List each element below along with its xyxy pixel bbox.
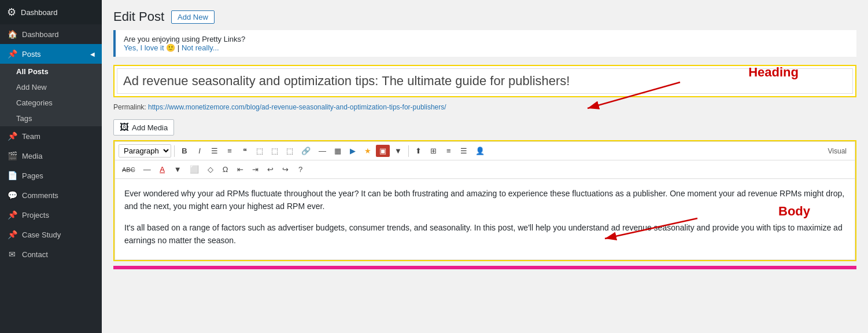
- sidebar-item-team[interactable]: 📌 Team: [0, 126, 102, 146]
- table-button[interactable]: ▦: [331, 144, 345, 158]
- redo-button[interactable]: ↪: [279, 163, 293, 176]
- unordered-list-button[interactable]: ☰: [208, 144, 221, 158]
- sidebar-item-comments[interactable]: 💬 Comments: [0, 185, 102, 205]
- ordered-list-button[interactable]: ≡: [223, 144, 237, 158]
- sidebar-item-posts[interactable]: 📌 Posts ◀: [0, 44, 102, 64]
- bold-button[interactable]: B: [178, 144, 191, 158]
- page-title: Edit Post: [113, 9, 164, 24]
- help-button[interactable]: ?: [294, 163, 308, 176]
- sidebar-subitem-tags[interactable]: Tags: [0, 111, 102, 126]
- align-justify-button[interactable]: ☰: [457, 144, 471, 158]
- sidebar-subitem-all-posts[interactable]: All Posts: [0, 64, 102, 79]
- toolbar-row-2: ABC — A ▼ ⬜ ◇ Ω ⇤ ⇥ ↩ ↪ ?: [119, 163, 851, 176]
- align-right-button[interactable]: ⬚: [283, 144, 297, 158]
- move-button[interactable]: ⬆: [412, 144, 426, 158]
- sidebar-logo[interactable]: ⚙ Dashboard: [0, 0, 102, 24]
- paragraph-select[interactable]: Paragraph: [119, 144, 171, 158]
- notice-link-no[interactable]: Not really...: [182, 43, 219, 52]
- sidebar-item-label: Comments: [22, 191, 58, 200]
- editor-toolbar-row2: ABC — A ▼ ⬜ ◇ Ω ⇤ ⇥ ↩ ↪ ?: [114, 160, 855, 179]
- body-paragraph-2: It's all based on a range of factors suc…: [124, 221, 845, 247]
- annotation-heading: Heading: [748, 65, 799, 80]
- visual-label[interactable]: Visual: [823, 145, 851, 157]
- toggle-toolbar-button[interactable]: ▶: [346, 144, 360, 158]
- undo-button[interactable]: ↩: [264, 163, 278, 176]
- sidebar-logo-label: Dashboard: [21, 8, 58, 17]
- add-media-icon: 🖼: [120, 122, 129, 133]
- sidebar-item-projects[interactable]: 📌 Projects: [0, 205, 102, 225]
- editor-body-wrap: Paragraph B I ☰ ≡ ❝ ⬚ ⬚ ⬚ 🔗 — ▦ ▶ ★ ▣: [113, 140, 856, 261]
- color-dropdown-button[interactable]: ▼: [171, 163, 185, 176]
- user-button[interactable]: 👤: [472, 144, 488, 158]
- align-center-button[interactable]: ⬚: [268, 144, 282, 158]
- outdent-button[interactable]: ⇤: [234, 163, 248, 176]
- posts-submenu: All Posts Add New Categories Tags: [0, 64, 102, 126]
- dropdown-button[interactable]: ▼: [391, 144, 405, 158]
- sidebar-item-case-study[interactable]: 📌 Case Study: [0, 225, 102, 244]
- align-left-button[interactable]: ⬚: [253, 144, 267, 158]
- add-media-label: Add Media: [132, 123, 168, 132]
- comments-icon: 💬: [7, 191, 17, 200]
- permalink-row: Permalink: https://www.monetizemore.com/…: [113, 102, 856, 112]
- sidebar-item-label: Dashboard: [22, 30, 59, 39]
- sidebar-subitem-add-new[interactable]: Add New: [0, 79, 102, 95]
- dashboard-icon: 🏠: [7, 30, 17, 39]
- notice-link-yes[interactable]: Yes, I love it 🙂: [124, 43, 175, 52]
- sidebar-item-label: Pages: [22, 171, 43, 180]
- notice-text: Are you enjoying using Pretty Links?: [124, 35, 245, 43]
- font-color-button[interactable]: A: [156, 163, 169, 176]
- sidebar-item-label: Case Study: [22, 230, 61, 239]
- sidebar-item-dashboard[interactable]: 🏠 Dashboard: [0, 24, 102, 44]
- toolbar-sep-2: [408, 145, 409, 157]
- projects-icon: 📌: [7, 210, 17, 219]
- omega-button[interactable]: Ω: [219, 163, 232, 176]
- add-new-label: Add New: [16, 83, 47, 92]
- link-button[interactable]: 🔗: [298, 144, 314, 158]
- add-media-button[interactable]: 🖼 Add Media: [113, 119, 174, 136]
- notice-bar: Are you enjoying using Pretty Links? Yes…: [113, 30, 856, 57]
- sidebar-item-media[interactable]: 🎬 Media: [0, 146, 102, 166]
- permalink-url[interactable]: https://www.monetizemore.com/blog/ad-rev…: [148, 103, 446, 111]
- media-button[interactable]: ▣: [376, 145, 390, 157]
- sidebar-item-contact[interactable]: ✉ Contact: [0, 244, 102, 264]
- posts-icon: 📌: [7, 49, 17, 58]
- toolbar-row-1: Paragraph B I ☰ ≡ ❝ ⬚ ⬚ ⬚ 🔗 — ▦ ▶ ★ ▣: [119, 144, 851, 158]
- blockquote-button[interactable]: ❝: [238, 144, 252, 158]
- page-header: Edit Post Add New: [113, 9, 856, 24]
- notice-separator: |: [178, 43, 179, 52]
- chevron-right-icon: ◀: [90, 51, 95, 57]
- sidebar-subitem-categories[interactable]: Categories: [0, 95, 102, 111]
- case-study-icon: 📌: [7, 230, 17, 239]
- sidebar-item-pages[interactable]: 📄 Pages: [0, 166, 102, 185]
- annotation-body: Body: [778, 204, 810, 219]
- more-button[interactable]: —: [315, 144, 330, 158]
- star-button[interactable]: ★: [361, 144, 375, 158]
- contact-icon: ✉: [7, 250, 17, 259]
- strikethrough-button[interactable]: ABC: [119, 164, 139, 175]
- bottom-pink-bar: [113, 266, 856, 269]
- sidebar-item-label: Posts: [22, 50, 41, 58]
- italic-button[interactable]: I: [193, 144, 206, 158]
- horizontal-rule-button[interactable]: —: [140, 163, 154, 176]
- title-field-wrap: [113, 65, 856, 97]
- paste-button[interactable]: ⬜: [186, 163, 202, 176]
- add-new-button[interactable]: Add New: [171, 10, 215, 24]
- clear-button[interactable]: ◇: [204, 163, 217, 176]
- all-posts-label: All Posts: [16, 67, 49, 76]
- sidebar-item-label: Projects: [22, 211, 49, 219]
- categories-label: Categories: [16, 98, 53, 107]
- sidebar-item-label: Contact: [22, 250, 48, 259]
- color-grid-button[interactable]: ⊞: [427, 144, 441, 158]
- toolbar-sep-1: [174, 145, 175, 157]
- lines-button[interactable]: ≡: [442, 144, 456, 158]
- sidebar: ⚙ Dashboard 🏠 Dashboard 📌 Posts ◀ All Po…: [0, 0, 102, 333]
- team-icon: 📌: [7, 131, 17, 141]
- post-title-input[interactable]: [117, 68, 853, 94]
- sidebar-item-label: Media: [22, 152, 42, 160]
- indent-button[interactable]: ⇥: [249, 163, 263, 176]
- editor-body[interactable]: Ever wondered why your ad RPMs fluctuate…: [114, 179, 855, 260]
- wordpress-icon: ⚙: [7, 6, 16, 19]
- permalink-label: Permalink:: [113, 103, 146, 111]
- main-content: Edit Post Add New Are you enjoying using…: [102, 0, 868, 333]
- sidebar-item-label: Team: [22, 132, 40, 141]
